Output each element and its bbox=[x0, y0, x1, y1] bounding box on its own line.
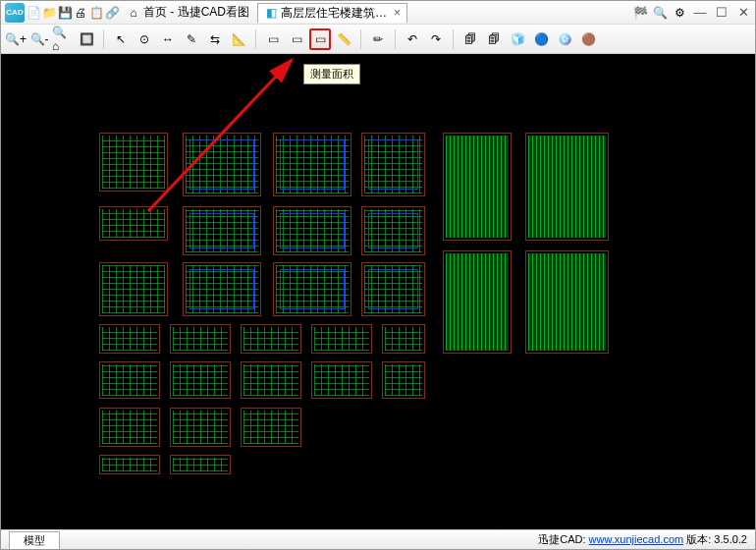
drawing-thumb[interactable] bbox=[443, 250, 512, 354]
rect-button-2[interactable]: ▭ bbox=[286, 28, 307, 50]
drawing-thumb[interactable] bbox=[361, 206, 425, 255]
separator bbox=[395, 29, 396, 49]
drawing-thumb[interactable] bbox=[382, 361, 425, 399]
drawing-thumb[interactable] bbox=[170, 408, 231, 447]
drawing-thumb[interactable] bbox=[183, 206, 261, 255]
measure-length-button[interactable]: 📏 bbox=[333, 28, 354, 50]
separator bbox=[453, 29, 454, 49]
drawing-thumb[interactable] bbox=[183, 262, 261, 316]
model-tab[interactable]: 模型 bbox=[9, 531, 60, 549]
titlebar: CAD 📄 📁 💾 🖨 📋 🔗 ⌂ 首页 - 迅捷CAD看图 ◧ 高层层住宅楼建… bbox=[1, 1, 755, 25]
maximize-button[interactable]: ☐ bbox=[714, 5, 729, 21]
flag-icon[interactable]: 🏁 bbox=[633, 6, 647, 20]
rect-button-1[interactable]: ▭ bbox=[262, 28, 284, 50]
view3d-button[interactable]: 🧊 bbox=[507, 28, 528, 50]
drawing-thumb[interactable] bbox=[525, 250, 609, 354]
zoom-home-button[interactable]: 🔍⌂ bbox=[52, 28, 74, 50]
drawing-thumb[interactable] bbox=[99, 133, 168, 192]
zoom-in-button[interactable]: 🔍+ bbox=[5, 28, 27, 50]
tab-close-button[interactable]: × bbox=[394, 6, 401, 20]
tooltip: 测量面积 bbox=[303, 64, 360, 84]
sphere2-button[interactable]: 🪩 bbox=[554, 28, 575, 50]
save-icon[interactable]: 💾 bbox=[58, 6, 72, 20]
measure-area-button[interactable]: ▭ bbox=[309, 28, 331, 50]
drawing-thumb[interactable] bbox=[183, 133, 261, 196]
drawing-thumb[interactable] bbox=[361, 262, 425, 316]
minimize-button[interactable]: — bbox=[692, 5, 708, 21]
drawing-thumb[interactable] bbox=[170, 455, 231, 474]
canvas[interactable]: 测量面积 bbox=[1, 54, 755, 529]
pan-button[interactable]: ↔ bbox=[157, 28, 179, 50]
edit-button[interactable]: ✎ bbox=[181, 28, 202, 50]
version-value: 3.5.0.2 bbox=[714, 533, 747, 545]
circle-tool-button[interactable]: ⊙ bbox=[134, 28, 155, 50]
drawing-thumb[interactable] bbox=[273, 206, 351, 255]
brand-label: 迅捷CAD: bbox=[538, 533, 585, 545]
drawing-thumb[interactable] bbox=[361, 133, 425, 196]
separator bbox=[103, 29, 104, 49]
drawing-thumb[interactable] bbox=[99, 361, 160, 399]
drawing-thumb[interactable] bbox=[170, 361, 231, 399]
drawing-thumb[interactable] bbox=[99, 324, 160, 354]
tab-home[interactable]: ⌂ 首页 - 迅捷CAD看图 bbox=[121, 3, 255, 23]
sheets-button[interactable]: 🗐 bbox=[483, 28, 505, 50]
drawing-thumb[interactable] bbox=[241, 361, 301, 399]
separator bbox=[255, 29, 256, 49]
home-icon: ⌂ bbox=[127, 6, 140, 20]
statusbar: 模型 迅捷CAD: www.xunjiecad.com 版本: 3.5.0.2 bbox=[1, 529, 755, 549]
layers-button[interactable]: 🗐 bbox=[459, 28, 481, 50]
drawing-thumb[interactable] bbox=[382, 324, 425, 354]
drawing-thumb[interactable] bbox=[241, 324, 301, 354]
file-cad-icon: ◧ bbox=[264, 6, 278, 20]
tab-file-active[interactable]: ◧ 高层层住宅楼建筑… × bbox=[257, 3, 407, 23]
sphere1-button[interactable]: 🔵 bbox=[530, 28, 552, 50]
new-icon[interactable]: 📄 bbox=[27, 6, 40, 20]
version-label: 版本: bbox=[686, 533, 711, 545]
pencil-button[interactable]: ✏ bbox=[367, 28, 389, 50]
angle-button[interactable]: 📐 bbox=[228, 28, 249, 50]
separator bbox=[360, 29, 361, 49]
tab-home-label: 首页 - 迅捷CAD看图 bbox=[143, 4, 249, 21]
brand-url-link[interactable]: www.xunjiecad.com bbox=[589, 533, 684, 545]
drawing-thumb[interactable] bbox=[525, 133, 609, 241]
close-button[interactable]: ✕ bbox=[735, 5, 751, 21]
drawing-thumb[interactable] bbox=[273, 262, 351, 316]
drawing-thumb[interactable] bbox=[273, 133, 351, 196]
drawing-thumb[interactable] bbox=[241, 408, 301, 447]
app-logo-icon: CAD bbox=[5, 3, 25, 23]
copy-icon[interactable]: 📋 bbox=[89, 6, 103, 20]
app-window: CAD 📄 📁 💾 🖨 📋 🔗 ⌂ 首页 - 迅捷CAD看图 ◧ 高层层住宅楼建… bbox=[0, 0, 756, 550]
swap-button[interactable]: ⇆ bbox=[204, 28, 226, 50]
toolbar: 🔍+ 🔍- 🔍⌂ 🔲 ↖ ⊙ ↔ ✎ ⇆ 📐 ▭ ▭ ▭ 📏 ✏ ↶ ↷ 🗐 🗐… bbox=[1, 25, 755, 54]
select-button[interactable]: ↖ bbox=[110, 28, 132, 50]
zoom-window-button[interactable]: 🔲 bbox=[76, 28, 97, 50]
drawing-thumb[interactable] bbox=[99, 455, 160, 474]
drawing-thumb[interactable] bbox=[99, 408, 160, 447]
zoom-out-button[interactable]: 🔍- bbox=[28, 28, 50, 50]
drawing-thumb[interactable] bbox=[170, 324, 231, 354]
search-icon[interactable]: 🔍 bbox=[653, 6, 667, 20]
print-icon[interactable]: 🖨 bbox=[74, 6, 87, 20]
drawing-thumb[interactable] bbox=[99, 262, 168, 316]
gear-icon[interactable]: ⚙ bbox=[673, 6, 686, 20]
status-right: 迅捷CAD: www.xunjiecad.com 版本: 3.5.0.2 bbox=[538, 532, 747, 547]
drawing-thumb[interactable] bbox=[443, 133, 512, 241]
redo-button[interactable]: ↷ bbox=[425, 28, 447, 50]
drawing-thumb[interactable] bbox=[311, 361, 372, 399]
drawing-thumb[interactable] bbox=[311, 324, 372, 354]
link-icon[interactable]: 🔗 bbox=[105, 6, 119, 20]
undo-button[interactable]: ↶ bbox=[402, 28, 423, 50]
open-icon[interactable]: 📁 bbox=[42, 6, 56, 20]
tab-file-label: 高层层住宅楼建筑… bbox=[281, 5, 387, 22]
sphere3-button[interactable]: 🟤 bbox=[577, 28, 599, 50]
drawing-thumb[interactable] bbox=[99, 206, 168, 241]
